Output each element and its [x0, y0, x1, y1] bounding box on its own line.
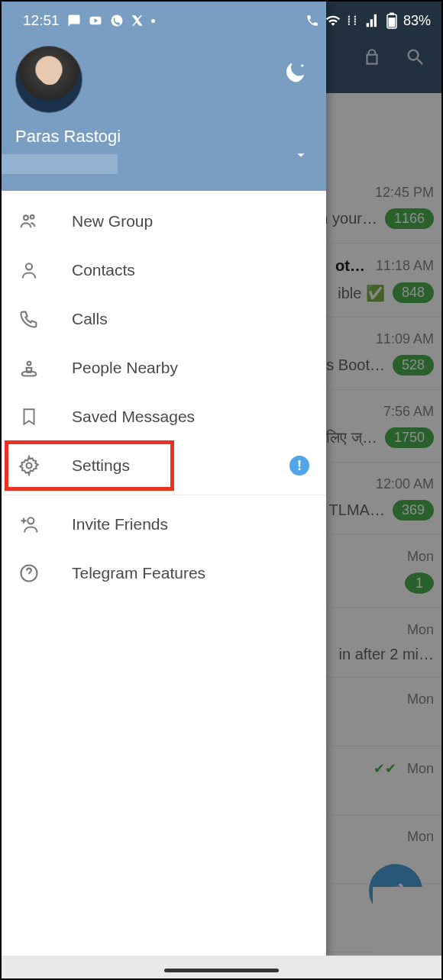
menu-label: Invite Friends [72, 515, 168, 534]
night-mode-toggle[interactable] [282, 56, 312, 87]
status-bar-left: 12:51 [15, 9, 312, 32]
system-bottom-bar [2, 956, 441, 978]
battery-percentage: 83% [403, 13, 431, 29]
svg-rect-1 [390, 13, 394, 15]
svg-rect-2 [388, 18, 395, 27]
signal-bars-icon [365, 13, 380, 28]
nearby-icon [18, 357, 40, 379]
chat-status-icon [67, 14, 81, 27]
menu-label: Telegram Features [72, 564, 205, 582]
group-icon [18, 211, 40, 232]
status-more-dot [151, 19, 155, 23]
svg-point-8 [27, 362, 31, 366]
menu-contacts[interactable]: Contacts [2, 246, 326, 295]
svg-point-6 [31, 215, 34, 219]
svg-point-10 [27, 517, 34, 524]
home-indicator [164, 969, 279, 972]
menu-label: New Group [72, 212, 153, 230]
menu-new-group[interactable]: New Group [2, 197, 326, 246]
menu-saved-messages[interactable]: Saved Messages [2, 392, 326, 441]
invite-icon [18, 514, 40, 535]
svg-point-5 [24, 215, 28, 220]
wifi-status-icon [325, 13, 341, 28]
drawer-menu: New Group Contacts Calls People Nearby S… [2, 191, 326, 978]
menu-calls[interactable]: Calls [2, 295, 326, 343]
contact-icon [18, 260, 40, 281]
menu-people-nearby[interactable]: People Nearby [2, 343, 326, 392]
account-toggle[interactable] [293, 147, 309, 166]
gear-icon [18, 455, 40, 476]
menu-label: Saved Messages [72, 408, 195, 426]
menu-settings[interactable]: Settings ! [2, 441, 326, 490]
user-avatar[interactable] [15, 46, 82, 113]
signal-dots-icon: ⁞⁞ [347, 12, 359, 29]
bookmark-icon [18, 406, 40, 427]
menu-invite-friends[interactable]: Invite Friends [2, 500, 326, 549]
phone-status-icon [306, 14, 319, 27]
menu-divider [2, 495, 326, 495]
status-bar-right: ⁞⁞ 83% [306, 12, 431, 29]
battery-icon [386, 12, 397, 29]
drawer-header: 12:51 Paras Rastogi [2, 2, 326, 191]
menu-label: Contacts [72, 261, 135, 279]
help-icon [18, 563, 40, 584]
svg-point-7 [26, 263, 32, 269]
whatsapp-status-icon [110, 14, 124, 27]
svg-point-4 [111, 15, 122, 27]
menu-label: People Nearby [72, 359, 178, 377]
menu-label: Calls [72, 310, 108, 328]
navigation-drawer: 12:51 Paras Rastogi New Group Contacts [2, 2, 326, 978]
menu-label: Settings [72, 456, 130, 475]
menu-telegram-features[interactable]: Telegram Features [2, 549, 326, 598]
settings-alert-badge: ! [289, 456, 309, 475]
x-status-icon [131, 15, 144, 27]
status-time: 12:51 [23, 12, 60, 29]
youtube-status-icon [89, 14, 102, 27]
user-phone-redacted [2, 154, 118, 174]
phone-icon [18, 308, 40, 330]
user-name: Paras Rastogi [15, 127, 312, 147]
svg-point-9 [27, 463, 32, 469]
